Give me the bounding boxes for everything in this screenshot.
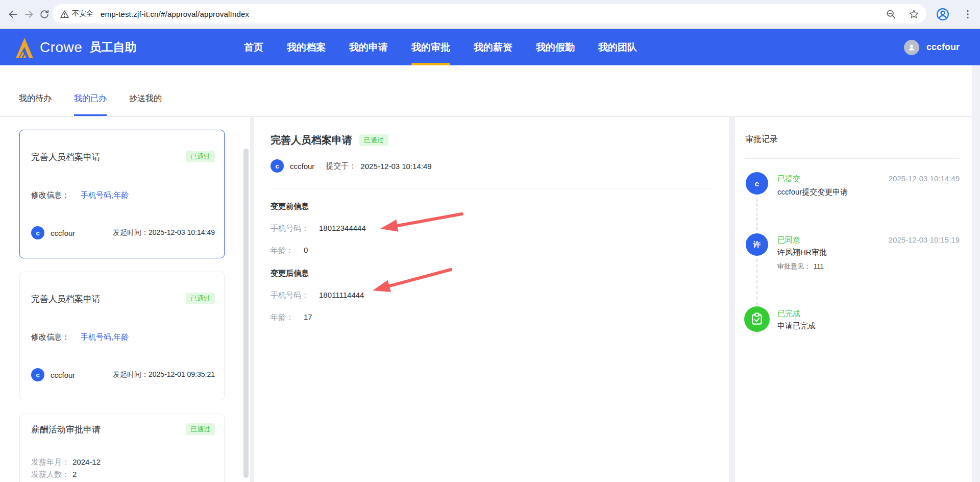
approval-card[interactable]: 薪酬活动审批申请 已通过 发薪年月：2024-12 发薪人数：2 (19, 414, 225, 482)
log-status: 已同意 (777, 235, 800, 245)
nav-item-home[interactable]: 首页 (244, 29, 263, 65)
bookmark-star-icon[interactable] (909, 9, 919, 19)
card-field-label: 修改信息： (31, 190, 69, 199)
approval-tabs: 我的待办 我的已办 抄送我的 (0, 65, 972, 116)
browser-profile-icon[interactable] (936, 8, 949, 21)
row-value: 17 (304, 312, 312, 321)
row-label: 手机号码： (271, 291, 309, 299)
warning-icon (60, 9, 69, 19)
card-title: 完善人员档案申请 (31, 151, 101, 164)
list-scrollbar-thumb[interactable] (243, 149, 249, 478)
log-avatar: c (746, 172, 768, 195)
detail-user: cccfour (290, 162, 314, 171)
user-menu[interactable]: cccfour (904, 29, 960, 65)
row-label: 年龄： (271, 246, 293, 254)
before-change-heading: 变更前信息 (271, 202, 715, 211)
card-title: 薪酬活动审批申请 (31, 423, 101, 437)
log-desc: 申请已完成 (777, 321, 816, 331)
reload-icon[interactable] (39, 9, 50, 20)
card-kv-row: 发薪人数：2 (31, 468, 215, 480)
detail-row: 年龄：0 (271, 246, 715, 255)
after-change-heading: 变更后信息 (271, 269, 715, 278)
row-value: 18012344444 (319, 224, 366, 232)
approval-card[interactable]: 完善人员档案申请 已通过 修改信息：手机号码,年龄 c cccfour 发起时间… (19, 130, 225, 258)
card-time: 2025-12-01 09:35:21 (149, 370, 215, 378)
card-time: 2025-12-03 10:14:49 (149, 228, 215, 236)
log-status: 已完成 (777, 309, 800, 319)
nav-item-team[interactable]: 我的团队 (598, 29, 637, 65)
modified-fields-link[interactable]: 手机号码,年龄 (81, 332, 129, 341)
divider (271, 188, 715, 188)
card-user: cccfour (51, 229, 75, 237)
log-time: 2025-12-03 10:14:49 (889, 174, 960, 183)
crowe-logo-icon (14, 36, 34, 59)
approval-card[interactable]: 完善人员档案申请 已通过 修改信息：手机号码,年龄 c cccfour 发起时间… (19, 272, 225, 400)
detail-row: 手机号码：18012344444 (271, 224, 715, 233)
card-field-label: 修改信息： (31, 332, 69, 341)
browser-toolbar: 不安全 emp-test.zjf-it.cn/#/approval/approv… (0, 0, 980, 29)
url-text[interactable]: emp-test.zjf-it.cn/#/approval/approvalIn… (101, 10, 249, 18)
zoom-icon[interactable] (886, 9, 896, 19)
log-status: 已提交 (777, 174, 800, 184)
approval-log-title: 审批记录 (745, 134, 778, 145)
divider (745, 158, 960, 159)
detail-row: 手机号码：18011114444 (271, 291, 715, 300)
tab-cc-me[interactable]: 抄送我的 (129, 65, 162, 116)
row-value: 18011114444 (319, 291, 364, 299)
row-value: 0 (304, 246, 308, 254)
main-nav: 首页 我的档案 我的申请 我的审批 我的薪资 我的假勤 我的团队 (244, 29, 637, 65)
clipboard-check-icon (750, 312, 764, 326)
timeline-connector (756, 199, 757, 230)
status-badge: 已通过 (186, 423, 215, 435)
detail-title: 完善人员档案申请 (271, 133, 352, 147)
username: cccfour (926, 42, 960, 53)
card-title: 完善人员档案申请 (31, 293, 101, 306)
person-icon (906, 42, 917, 53)
log-opinion: 审批意见：111 (777, 262, 824, 271)
address-bar[interactable]: 不安全 emp-test.zjf-it.cn/#/approval/approv… (53, 4, 926, 23)
card-kv-row: 发薪年月：2024-12 (31, 456, 215, 468)
timeline-connector (756, 259, 757, 305)
security-label: 不安全 (72, 9, 93, 18)
brand-logo[interactable]: Crowe 员工自助 (14, 29, 136, 65)
detail-status-badge: 已通过 (359, 134, 388, 146)
approval-list-panel: 完善人员档案申请 已通过 修改信息：手机号码,年龄 c cccfour 发起时间… (0, 117, 250, 482)
kv-label: 发薪人数： (31, 470, 69, 478)
submitted-time: 2025-12-03 10:14:49 (360, 162, 431, 171)
approval-log-panel: 审批记录 c 已提交 2025-12-03 10:14:49 cccfour提交… (735, 117, 972, 482)
log-desc: cccfour提交变更申请 (777, 187, 848, 197)
card-user: cccfour (51, 371, 75, 379)
app-navbar: Crowe 员工自助 首页 我的档案 我的申请 我的审批 我的薪资 我的假勤 我… (0, 29, 980, 65)
tab-my-done[interactable]: 我的已办 (74, 65, 107, 116)
nav-item-attendance[interactable]: 我的假勤 (536, 29, 575, 65)
completed-avatar (744, 306, 770, 332)
opinion-value: 111 (814, 262, 824, 270)
app-title: 员工自助 (89, 39, 136, 55)
nav-item-applications[interactable]: 我的申请 (349, 29, 388, 65)
modified-fields-link[interactable]: 手机号码,年龄 (81, 190, 129, 199)
card-time-label: 发起时间： (113, 228, 149, 236)
status-badge: 已通过 (186, 293, 215, 304)
nav-item-archives[interactable]: 我的档案 (287, 29, 326, 65)
kv-value: 2 (72, 470, 77, 478)
detail-avatar: c (271, 159, 284, 173)
site-security-chip[interactable]: 不安全 (60, 9, 93, 19)
submitted-label: 提交于： (326, 161, 356, 171)
avatar: c (31, 368, 44, 381)
log-time: 2025-12-03 10:15:19 (889, 235, 960, 244)
nav-item-approvals[interactable]: 我的审批 (411, 29, 450, 65)
approval-detail-panel: 完善人员档案申请 已通过 c cccfour 提交于： 2025-12-03 1… (254, 117, 729, 482)
nav-item-salary[interactable]: 我的薪资 (474, 29, 512, 65)
row-label: 年龄： (271, 312, 293, 321)
card-time-label: 发起时间： (113, 370, 149, 378)
page-scrollbar-track[interactable] (972, 65, 980, 482)
kv-value: 2024-12 (72, 457, 101, 466)
avatar: c (31, 226, 44, 239)
log-avatar: 许 (746, 233, 768, 256)
tab-my-todo[interactable]: 我的待办 (19, 65, 52, 116)
kv-label: 发薪年月： (31, 457, 69, 466)
browser-menu-icon[interactable] (962, 8, 974, 20)
back-icon[interactable] (7, 9, 18, 20)
row-label: 手机号码： (271, 224, 309, 232)
forward-icon[interactable] (23, 9, 35, 20)
